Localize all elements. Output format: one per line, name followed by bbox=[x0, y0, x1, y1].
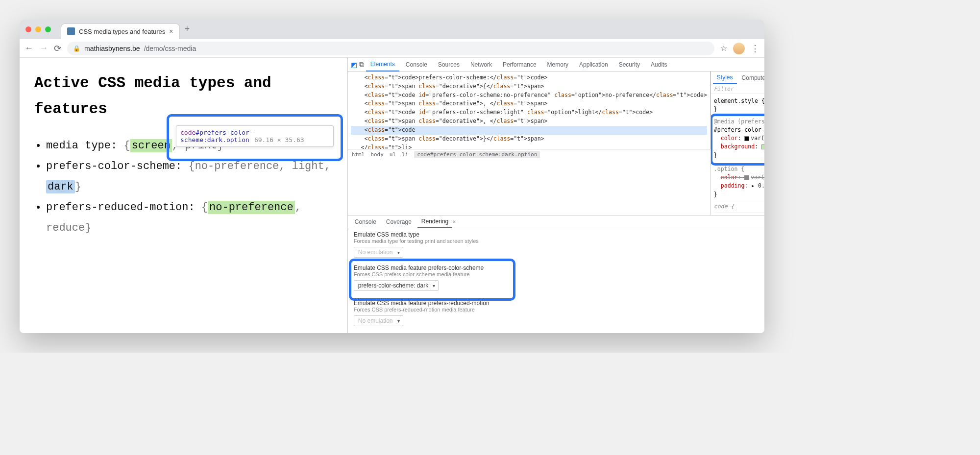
emulate-reduced-motion-title: Emulate CSS media feature prefers-reduce… bbox=[354, 300, 764, 307]
tab-security[interactable]: Security bbox=[614, 58, 644, 72]
browser-tab[interactable]: CSS media types and features × bbox=[61, 24, 180, 39]
styles-tabs: Styles Computed Event Listeners DOM Brea… bbox=[711, 72, 764, 84]
browser-toolbar: ← → ⟳ 🔒 mathiasbynens.be/demo/css-media … bbox=[20, 39, 764, 58]
drawer-tab-console[interactable]: Console bbox=[351, 216, 380, 228]
rendered-page: Active CSS media types and features medi… bbox=[20, 58, 347, 333]
address-bar[interactable]: 🔒 mathiasbynens.be/demo/css-media bbox=[67, 42, 714, 55]
close-window-button[interactable] bbox=[25, 26, 31, 32]
element-style-rule[interactable]: element.style {} bbox=[714, 96, 764, 117]
tab-application[interactable]: Application bbox=[575, 58, 612, 72]
drawer-body: Emulate CSS media type Forces media type… bbox=[348, 228, 764, 333]
tab-network[interactable]: Network bbox=[466, 58, 496, 72]
list-item: prefers-reduced-motion: {no-preference, … bbox=[46, 197, 333, 239]
drawer-tabs: Console Coverage Rendering × × bbox=[348, 216, 764, 228]
emulate-color-scheme-sub: Forces CSS prefers-color-scheme media fe… bbox=[354, 271, 764, 277]
tab-close-icon[interactable]: × bbox=[169, 27, 173, 35]
forward-button[interactable]: → bbox=[39, 43, 48, 53]
tab-elements[interactable]: Elements bbox=[366, 58, 399, 72]
bookmark-icon[interactable]: ☆ bbox=[720, 44, 727, 53]
drawer-tab-coverage[interactable]: Coverage bbox=[382, 216, 416, 228]
new-tab-button[interactable]: + bbox=[185, 24, 190, 34]
menu-icon[interactable]: ⋮ bbox=[751, 43, 760, 54]
css-rule[interactable]: css-media:13 .option { color: var(--gray… bbox=[714, 164, 764, 201]
dom-tree[interactable]: <class="t">code>prefers-color-scheme:</c… bbox=[348, 72, 710, 149]
crumb[interactable]: ul bbox=[390, 151, 396, 158]
favicon-icon bbox=[67, 27, 75, 35]
color-scheme-select[interactable]: prefers-color-scheme: dark bbox=[354, 280, 439, 291]
reduced-motion-select[interactable]: No emulation bbox=[354, 315, 403, 326]
minimize-window-button[interactable] bbox=[35, 26, 41, 32]
breadcrumb: html body ul li code#prefers-color-schem… bbox=[348, 149, 710, 160]
emulate-color-scheme-title: Emulate CSS media feature prefers-color-… bbox=[354, 264, 764, 271]
device-toggle-icon[interactable]: ⧉ bbox=[359, 60, 364, 69]
devtools-body: <class="t">code>prefers-color-scheme:</c… bbox=[348, 72, 764, 215]
styles-panel: Styles Computed Event Listeners DOM Brea… bbox=[711, 72, 764, 215]
crumb[interactable]: html bbox=[352, 151, 365, 158]
tab-console[interactable]: Console bbox=[401, 58, 432, 72]
list-item: prefers-color-scheme: {no-preference, li… bbox=[46, 156, 333, 197]
devtools-tabs: ◩ ⧉ Elements Console Sources Network Per… bbox=[348, 58, 764, 72]
drawer-tab-close-icon[interactable]: × bbox=[452, 218, 456, 225]
maximize-window-button[interactable] bbox=[45, 26, 51, 32]
drawer-tab-rendering[interactable]: Rendering bbox=[417, 216, 452, 228]
crumb[interactable]: body bbox=[370, 151, 384, 158]
emulate-media-type-sub: Forces media type for testing print and … bbox=[354, 238, 764, 244]
browser-window: CSS media types and features × + ← → ⟳ 🔒… bbox=[20, 20, 764, 333]
profile-avatar[interactable] bbox=[733, 43, 745, 54]
url-domain: mathiasbynens.be bbox=[84, 45, 140, 52]
tab-computed[interactable]: Computed bbox=[738, 72, 764, 84]
css-rule[interactable]: user agent stylesheet code { bbox=[714, 201, 764, 213]
devtools-panel: ◩ ⧉ Elements Console Sources Network Per… bbox=[347, 58, 764, 333]
emulate-media-type-title: Emulate CSS media type bbox=[354, 231, 764, 238]
tab-title: CSS media types and features bbox=[79, 28, 165, 35]
back-button[interactable]: ← bbox=[24, 43, 33, 53]
traffic-lights bbox=[25, 26, 51, 32]
tab-sources[interactable]: Sources bbox=[434, 58, 464, 72]
styles-body: element.style {} css-media:18 @media (pr… bbox=[711, 94, 764, 215]
tab-memory[interactable]: Memory bbox=[543, 58, 573, 72]
tab-performance[interactable]: Performance bbox=[498, 58, 541, 72]
styles-filter-row: Filter :hov .cls + bbox=[711, 84, 764, 94]
inspect-element-icon[interactable]: ◩ bbox=[351, 61, 357, 69]
lock-icon: 🔒 bbox=[73, 45, 80, 52]
content-row: Active CSS media types and features medi… bbox=[20, 58, 764, 333]
media-type-select[interactable]: No emulation bbox=[354, 247, 403, 258]
reload-button[interactable]: ⟳ bbox=[54, 43, 61, 54]
tab-audits[interactable]: Audits bbox=[646, 58, 671, 72]
tab-styles[interactable]: Styles bbox=[713, 72, 737, 84]
window-titlebar: CSS media types and features × + bbox=[20, 20, 764, 39]
url-path: /demo/css-media bbox=[144, 45, 196, 52]
crumb[interactable]: li bbox=[402, 151, 408, 158]
emulate-reduced-motion-sub: Forces CSS prefers-reduced-motion media … bbox=[354, 307, 764, 312]
styles-filter-input[interactable]: Filter bbox=[714, 86, 764, 92]
inspect-highlight-box: code#prefers-color-scheme:dark.option69.… bbox=[167, 114, 343, 161]
inspect-tooltip: code#prefers-color-scheme:dark.option69.… bbox=[176, 125, 334, 147]
crumb-current[interactable]: code#prefers-color-scheme:dark.option bbox=[414, 151, 540, 158]
css-rule[interactable]: css-media:18 @media (prefers-color-schem… bbox=[714, 117, 764, 164]
devtools-drawer: Console Coverage Rendering × × Emulate C… bbox=[348, 215, 764, 333]
